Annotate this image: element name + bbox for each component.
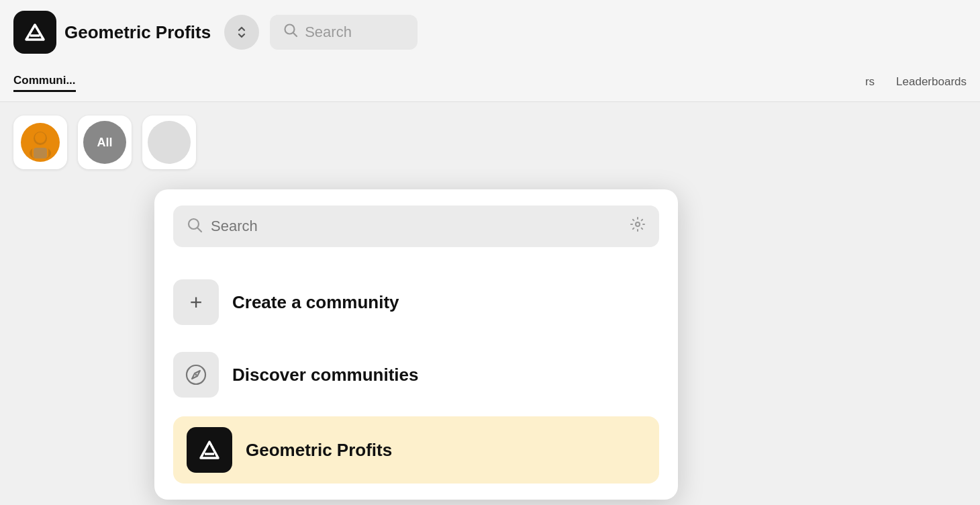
nav-tabs: Communi... rs Leaderboards [0,64,980,102]
tab-leaderboards[interactable]: Leaderboards [896,75,967,91]
svg-point-9 [195,374,197,376]
community-dropdown-panel: + Create a community Discover communitie… [154,189,678,500]
dropdown-search-bar[interactable] [173,205,659,247]
header-search-bar[interactable]: Search [270,15,418,50]
workspace-switcher-button[interactable] [224,15,259,50]
all-communities-card[interactable]: All [78,116,132,169]
svg-rect-5 [34,148,47,158]
create-community-icon: + [173,279,219,325]
selected-community-label: Geometric Profits [246,440,392,461]
svg-point-3 [35,132,46,143]
discover-communities-label: Discover communities [232,365,418,385]
header-search-placeholder: Search [305,24,352,41]
community-avatars-row: All [0,102,980,183]
header-search-icon [283,23,298,42]
discover-communities-item[interactable]: Discover communities [173,338,659,411]
user-avatar-card[interactable] [13,116,67,169]
main-area: All [0,102,980,505]
logo-container: Geometric Profits [13,11,211,54]
user-avatar [21,123,60,162]
placeholder-avatar [148,121,191,164]
dropdown-search-icon [187,217,203,236]
app-title: Geometric Profits [64,22,211,43]
create-community-label: Create a community [232,292,399,313]
discover-communities-icon [173,352,219,398]
selected-community-item[interactable]: Geometric Profits [173,416,659,484]
nav-right: rs Leaderboards [865,75,967,91]
tab-rs[interactable]: rs [865,75,875,91]
selected-community-logo [187,427,232,473]
svg-point-7 [636,222,640,226]
app-logo-icon [13,11,56,54]
create-community-item[interactable]: + Create a community [173,266,659,338]
dropdown-search-input[interactable] [211,218,622,235]
dropdown-gear-icon[interactable] [630,216,646,236]
header: Geometric Profits Search [0,0,980,64]
community-placeholder-card[interactable] [142,116,196,169]
tab-communities[interactable]: Communi... [13,74,76,92]
all-avatar: All [83,121,126,164]
